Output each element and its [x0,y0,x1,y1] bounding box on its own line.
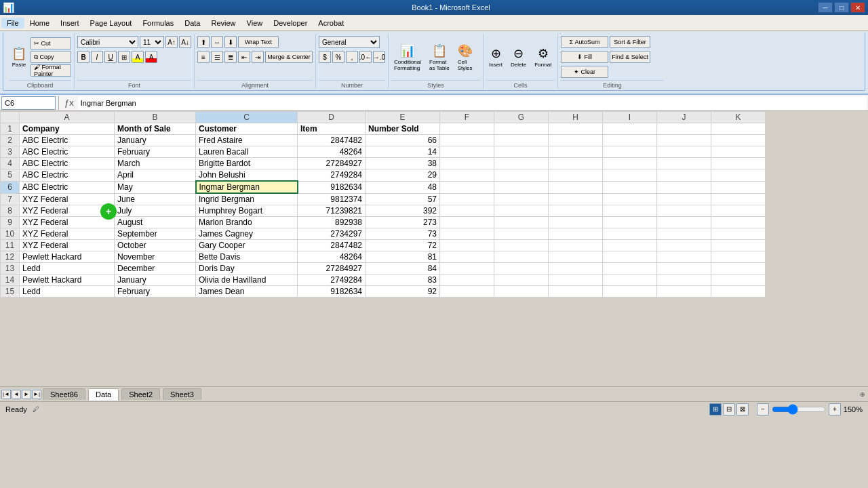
cell-j1[interactable] [657,123,711,135]
sheet-tab-sheet2[interactable]: Sheet2 [121,388,160,400]
cell-k15[interactable] [711,286,766,298]
cell-d13[interactable]: 27284927 [298,263,366,274]
align-middle-button[interactable]: ↔ [211,36,223,48]
cell-i6[interactable] [603,181,657,193]
row-header-5[interactable]: 5 [1,169,20,182]
font-size-selector[interactable]: 11 [140,36,164,48]
col-header-k[interactable]: K [711,112,766,123]
increase-font-button[interactable]: A↑ [165,36,178,48]
cell-i7[interactable] [603,193,657,205]
tab-next-button[interactable]: ► [22,390,31,399]
cell-d7[interactable]: 9812374 [298,193,366,205]
cell-a5[interactable]: ABC Electric [20,169,115,182]
page-layout-view-button[interactable]: ⊟ [723,403,735,415]
cell-a7[interactable]: XYZ Federal [20,193,115,205]
align-top-button[interactable]: ⬆ [197,36,210,48]
row-header-11[interactable]: 11 [1,240,20,251]
zoom-slider[interactable] [772,404,826,415]
cell-f8[interactable] [440,205,494,217]
row-header-7[interactable]: 7 [1,193,20,205]
cell-h2[interactable] [549,135,603,146]
cell-e7[interactable]: 57 [366,193,440,205]
cell-f6[interactable] [440,181,494,193]
menu-view[interactable]: View [241,18,269,28]
cell-j5[interactable] [657,169,711,182]
cell-g3[interactable] [494,146,549,158]
cell-f14[interactable] [440,274,494,286]
col-header-h[interactable]: H [549,112,603,123]
cell-i15[interactable] [603,286,657,298]
col-header-a[interactable]: A [20,112,115,123]
cell-h4[interactable] [549,158,603,169]
cell-c9[interactable]: Marlon Brando [196,217,298,228]
cell-b3[interactable]: February [115,146,196,158]
cell-f15[interactable] [440,286,494,298]
cell-j15[interactable] [657,286,711,298]
cell-k1[interactable] [711,123,766,135]
cell-a1[interactable]: Company [20,123,115,135]
cell-g9[interactable] [494,217,549,228]
cell-k14[interactable] [711,274,766,286]
cell-d10[interactable]: 2734297 [298,228,366,240]
sheet-container[interactable]: + A B C [0,111,868,386]
cell-k7[interactable] [711,193,766,205]
comma-button[interactable]: , [346,51,358,63]
cell-a4[interactable]: ABC Electric [20,158,115,169]
align-center-button[interactable]: ☰ [211,51,223,63]
decrease-decimal-button[interactable]: .0← [359,51,372,63]
cell-j4[interactable] [657,158,711,169]
zoom-in-button[interactable]: + [829,403,841,415]
copy-button[interactable]: ⧉ Copy [31,51,71,63]
cell-e4[interactable]: 38 [366,158,440,169]
align-right-button[interactable]: ≣ [224,51,237,63]
cell-j9[interactable] [657,217,711,228]
cell-j2[interactable] [657,135,711,146]
cell-j6[interactable] [657,181,711,193]
col-header-g[interactable]: G [494,112,549,123]
cell-b9[interactable]: August [115,217,196,228]
wrap-text-button[interactable]: Wrap Text [238,36,279,48]
insert-button[interactable]: ⊕ Insert [486,43,505,70]
sheet-tab-insert[interactable]: ⊕ [857,391,868,398]
cell-h13[interactable] [549,263,603,274]
col-header-d[interactable]: D [298,112,366,123]
cell-h5[interactable] [549,169,603,182]
cell-k4[interactable] [711,158,766,169]
cell-c4[interactable]: Brigitte Bardot [196,158,298,169]
cell-b12[interactable]: November [115,251,196,263]
row-header-15[interactable]: 15 [1,286,20,298]
row-header-4[interactable]: 4 [1,158,20,169]
cell-g15[interactable] [494,286,549,298]
cell-c7[interactable]: Ingrid Bergman [196,193,298,205]
normal-view-button[interactable]: ⊞ [709,403,722,415]
cell-c8[interactable]: Humphrey Bogart [196,205,298,217]
cell-i4[interactable] [603,158,657,169]
cell-d12[interactable]: 48264 [298,251,366,263]
cell-b8[interactable]: July [115,205,196,217]
cell-d15[interactable]: 9182634 [298,286,366,298]
minimize-button[interactable]: ─ [818,2,833,13]
cell-h3[interactable] [549,146,603,158]
cell-g8[interactable] [494,205,549,217]
cell-h12[interactable] [549,251,603,263]
border-button[interactable]: ⊞ [118,51,130,63]
cell-f12[interactable] [440,251,494,263]
cell-b6[interactable]: May [115,181,196,193]
cell-i2[interactable] [603,135,657,146]
cell-f7[interactable] [440,193,494,205]
cell-k8[interactable] [711,205,766,217]
cell-f4[interactable] [440,158,494,169]
cell-k11[interactable] [711,240,766,251]
cell-c3[interactable]: Lauren Bacall [196,146,298,158]
decrease-indent-button[interactable]: ⇤ [238,51,250,63]
cell-b13[interactable]: December [115,263,196,274]
row-header-2[interactable]: 2 [1,135,20,146]
row-header-12[interactable]: 12 [1,251,20,263]
cell-h10[interactable] [549,228,603,240]
tab-prev-button[interactable]: ◄ [12,390,21,399]
col-header-f[interactable]: F [440,112,494,123]
cell-h6[interactable] [549,181,603,193]
cell-b10[interactable]: September [115,228,196,240]
cell-g11[interactable] [494,240,549,251]
cell-j7[interactable] [657,193,711,205]
